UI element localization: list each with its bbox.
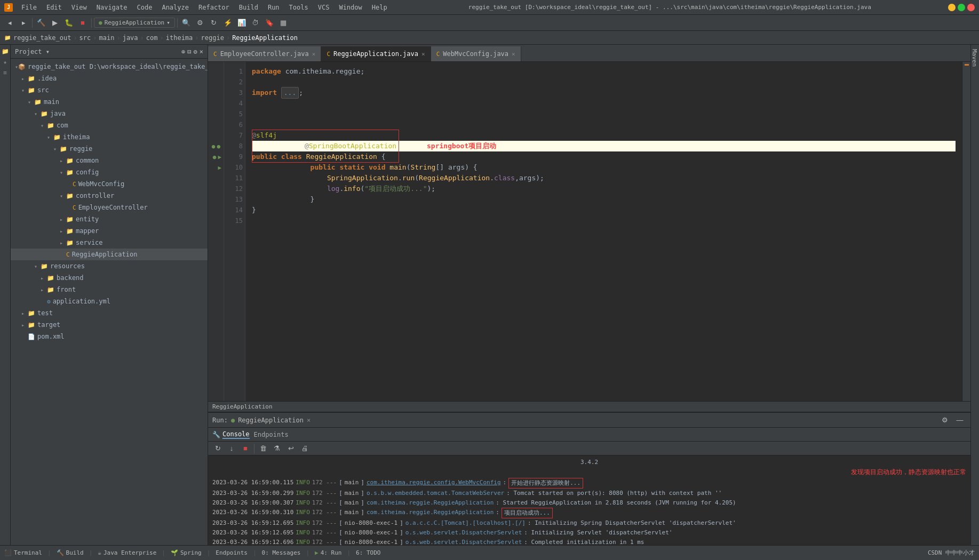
code-content[interactable]: springboot项目启动 package com.itheima.reggi…	[245, 62, 962, 401]
menu-code[interactable]: Code	[133, 3, 157, 12]
gutter-run-10[interactable]: ▶	[218, 164, 221, 171]
profiler-button[interactable]: ⏱	[249, 17, 262, 29]
wrap-button[interactable]: ↩	[284, 443, 297, 454]
run-settings-button[interactable]: ⚙	[938, 414, 951, 426]
layout-button[interactable]: ▦	[277, 17, 290, 29]
menu-window[interactable]: Window	[335, 3, 366, 12]
collapse-icon[interactable]: ⊟	[187, 48, 191, 55]
coverage-button[interactable]: 📊	[235, 17, 248, 29]
tree-item-entity[interactable]: ▸ 📁 entity	[11, 213, 208, 225]
favorites-icon[interactable]: ★	[1, 58, 10, 66]
endpoints-button-status[interactable]: Endpoints	[216, 549, 248, 556]
minimize-button[interactable]	[948, 4, 956, 11]
bc-itheima[interactable]: itheima	[166, 34, 193, 42]
bc-java[interactable]: java	[123, 34, 138, 42]
close-button[interactable]	[967, 4, 975, 11]
run-minimize-button[interactable]: —	[953, 414, 966, 426]
print-button[interactable]: 🖨	[298, 443, 311, 454]
menu-file[interactable]: File	[17, 3, 41, 12]
tree-item-java[interactable]: ▾ 📁 java	[11, 108, 208, 119]
spring-button[interactable]: 🌱 Spring	[171, 549, 202, 556]
todo-button[interactable]: 6: TODO	[356, 549, 380, 556]
bookmark-button[interactable]: 🔖	[263, 17, 276, 29]
settings-button[interactable]: ⚙	[194, 17, 206, 29]
tree-item-idea[interactable]: ▸ 📁 .idea	[11, 73, 208, 84]
clear-console-button[interactable]: 🗑	[257, 443, 269, 454]
bc-project[interactable]: reggie_take_out	[13, 34, 71, 42]
tree-item-employeecontroller[interactable]: C EmployeeController	[11, 202, 208, 213]
filter-button[interactable]: ⚗	[270, 443, 283, 454]
menu-edit[interactable]: Edit	[42, 3, 66, 12]
build-button-status[interactable]: 🔨 Build	[57, 549, 84, 556]
bc-src[interactable]: src	[79, 34, 91, 42]
messages-button[interactable]: 0: Messages	[262, 549, 301, 556]
tree-item-com[interactable]: ▾ 📁 com	[11, 119, 208, 131]
terminal-button[interactable]: ⬛ Terminal	[4, 549, 42, 556]
tab-reggie-application[interactable]: C ReggieApplication.java ×	[321, 46, 431, 61]
forward-button[interactable]: ▸	[17, 17, 30, 29]
sidebar-close-icon[interactable]: ×	[200, 48, 203, 55]
maven-tab[interactable]: Maven	[971, 45, 979, 71]
run-tab-close[interactable]: ×	[307, 417, 311, 424]
scroll-down-button[interactable]: ↓	[225, 443, 238, 454]
tree-item-front[interactable]: ▸ 📁 front	[11, 284, 208, 295]
search-everywhere-button[interactable]: 🔍	[180, 17, 193, 29]
run-button-status[interactable]: ▶ 4: Run	[315, 549, 341, 556]
menu-navigate[interactable]: Navigate	[92, 3, 132, 12]
debug-button[interactable]: 🐛	[62, 17, 75, 29]
refresh-button[interactable]: ↻	[208, 17, 220, 29]
endpoints-tab[interactable]: Endpoints	[254, 431, 289, 438]
tree-item-resources[interactable]: ▾ 📁 resources	[11, 260, 208, 272]
build-button[interactable]: 🔨	[35, 17, 47, 29]
menu-run[interactable]: Run	[264, 3, 284, 12]
tree-item-main[interactable]: ▾ 📁 main	[11, 96, 208, 108]
tree-item-yml[interactable]: ⚙ application.yml	[11, 295, 208, 307]
code-editor[interactable]: ● ● ● ▶ ▶ 1 2 3	[208, 62, 970, 401]
tree-item-webmvcconfig[interactable]: C WebMvcConfig	[11, 178, 208, 190]
menu-help[interactable]: Help	[368, 3, 392, 12]
maximize-button[interactable]	[958, 4, 965, 11]
bc-main[interactable]: main	[99, 34, 115, 42]
tab-close-3[interactable]: ×	[512, 51, 515, 58]
tree-item-root[interactable]: ▾ 📦 reggie_take_out D:\workspace_ideal\r…	[11, 61, 208, 73]
menu-tools[interactable]: Tools	[285, 3, 313, 12]
gutter-run-9[interactable]: ●	[213, 154, 217, 161]
bc-file[interactable]: ReggieApplication	[232, 34, 298, 42]
tab-employee-controller[interactable]: C EmployeeController.java ×	[208, 46, 321, 61]
tree-item-mapper[interactable]: ▸ 📁 mapper	[11, 225, 208, 237]
tree-item-reggieapp[interactable]: C ReggieApplication	[11, 249, 208, 260]
tree-item-src[interactable]: ▾ 📁 src	[11, 84, 208, 96]
tab-close-1[interactable]: ×	[312, 51, 316, 58]
menu-refactor[interactable]: Refactor	[194, 3, 234, 12]
console-tab[interactable]: Console	[222, 430, 250, 439]
tree-item-service[interactable]: ▸ 📁 service	[11, 237, 208, 249]
menu-view[interactable]: View	[67, 3, 91, 12]
tree-item-itheima[interactable]: ▾ 📁 itheima	[11, 131, 208, 143]
power-button[interactable]: ⚡	[221, 17, 234, 29]
run-button[interactable]: ▶	[49, 17, 61, 29]
restart-button[interactable]: ↻	[211, 443, 224, 454]
gutter-run-8b[interactable]: ●	[217, 143, 220, 150]
project-icon[interactable]: 📁	[1, 47, 10, 55]
stop-button[interactable]: ■	[76, 17, 89, 29]
tab-webmvcconfig[interactable]: C WebMvcConfig.java ×	[431, 46, 521, 61]
tree-item-test[interactable]: ▸ 📁 test	[11, 307, 208, 319]
tree-item-pom[interactable]: 📄 pom.xml	[11, 331, 208, 342]
gutter-arrow-9[interactable]: ▶	[218, 154, 221, 161]
tree-item-config[interactable]: ▾ 📁 config	[11, 166, 208, 178]
tree-item-controller[interactable]: ▾ 📁 controller	[11, 190, 208, 202]
menu-build[interactable]: Build	[235, 3, 262, 12]
run-config-selector[interactable]: ● ReggieApplication ▾	[94, 18, 175, 28]
tree-item-common[interactable]: ▸ 📁 common	[11, 155, 208, 166]
bc-com[interactable]: com	[146, 34, 158, 42]
menu-vcs[interactable]: VCS	[314, 3, 334, 12]
locate-icon[interactable]: ⊕	[181, 48, 185, 55]
menu-analyze[interactable]: Analyze	[157, 3, 193, 12]
back-button[interactable]: ◂	[3, 17, 16, 29]
structure-icon[interactable]: ≡	[1, 68, 10, 77]
stop-run-button[interactable]: ■	[239, 443, 252, 454]
tree-item-reggie[interactable]: ▾ 📁 reggie	[11, 143, 208, 155]
bc-reggie[interactable]: reggie	[201, 34, 224, 42]
java-enterprise-button[interactable]: ☕ Java Enterprise	[98, 549, 156, 556]
tree-item-backend[interactable]: ▸ 📁 backend	[11, 272, 208, 284]
